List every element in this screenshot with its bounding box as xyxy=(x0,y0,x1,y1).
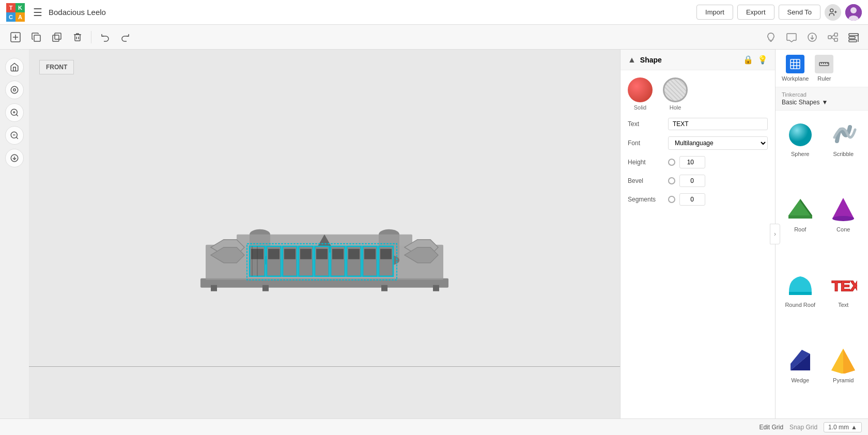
download-view-button[interactable] xyxy=(5,149,24,167)
logo-ad: A xyxy=(16,12,25,22)
library-header: Tinkercad Basic Shapes ▼ xyxy=(776,87,868,111)
cone-label: Cone xyxy=(836,226,850,232)
svg-rect-12 xyxy=(75,35,80,41)
zoom-out-button[interactable] xyxy=(5,126,24,145)
undo-button[interactable] xyxy=(96,28,114,46)
shape-item-round-roof[interactable]: Round Roof xyxy=(780,266,821,339)
visibility-icon[interactable]: 💡 xyxy=(757,55,768,65)
svg-marker-91 xyxy=(832,198,854,219)
project-name[interactable]: Bodacious Leelo xyxy=(49,8,106,17)
height-input[interactable] xyxy=(679,156,705,168)
svg-rect-73 xyxy=(332,249,344,259)
svg-rect-24 xyxy=(849,37,855,39)
logo-ker: K xyxy=(16,3,25,12)
shape-item-cone[interactable]: Cone xyxy=(823,190,864,263)
svg-point-27 xyxy=(11,86,18,94)
3d-scene[interactable] xyxy=(169,175,479,306)
library-dropdown[interactable]: Basic Shapes ▼ xyxy=(782,99,862,106)
segments-input[interactable] xyxy=(679,193,705,206)
align-icon[interactable] xyxy=(845,29,862,45)
collapse-shape-panel-icon[interactable]: ▲ xyxy=(628,55,636,65)
snap-grid-selector[interactable]: 1.0 mm ▲ xyxy=(824,422,862,432)
redo-button[interactable] xyxy=(116,28,135,46)
comment-icon[interactable] xyxy=(783,29,800,45)
bevel-input[interactable] xyxy=(679,175,705,187)
snap-grid-arrow: ▲ xyxy=(851,424,857,431)
svg-rect-39 xyxy=(211,285,217,291)
add-user-button[interactable] xyxy=(825,4,841,21)
solid-option[interactable]: Solid xyxy=(628,77,653,111)
copy-button[interactable] xyxy=(27,28,45,46)
bulb-icon[interactable] xyxy=(763,29,779,45)
svg-rect-11 xyxy=(55,33,61,39)
svg-point-92 xyxy=(832,216,854,221)
main-area: FRONT xyxy=(0,50,868,418)
font-row: Font Multilanguage xyxy=(628,136,768,150)
ruler-tab[interactable] xyxy=(815,55,833,73)
logo-c: C xyxy=(6,12,16,22)
library-source: Tinkercad xyxy=(782,91,862,98)
wedge-preview xyxy=(785,344,816,375)
font-field-label: Font xyxy=(628,139,664,147)
solid-ball xyxy=(628,77,653,102)
logo-tin: T xyxy=(6,3,16,12)
duplicate-button[interactable] xyxy=(48,28,66,46)
app-logo[interactable]: T K C A xyxy=(6,3,25,22)
lock-icon[interactable]: 🔒 xyxy=(743,55,753,65)
svg-point-87 xyxy=(789,123,812,146)
edit-grid-button[interactable]: Edit Grid xyxy=(759,424,783,431)
font-select[interactable]: Multilanguage xyxy=(668,136,768,150)
delete-button[interactable] xyxy=(68,28,87,46)
bevel-row: Bevel xyxy=(628,175,768,187)
svg-rect-19 xyxy=(834,33,838,36)
bevel-radio[interactable] xyxy=(668,177,675,184)
svg-rect-74 xyxy=(348,249,360,259)
export-button[interactable]: Export xyxy=(737,5,774,20)
sphere-preview xyxy=(785,118,816,149)
home-view-button[interactable] xyxy=(5,58,24,76)
svg-rect-70 xyxy=(284,249,296,259)
svg-rect-76 xyxy=(380,249,392,259)
toolbar xyxy=(0,25,868,50)
svg-rect-18 xyxy=(828,36,831,39)
svg-line-30 xyxy=(16,114,18,116)
svg-line-34 xyxy=(16,137,18,138)
hole-option[interactable]: Hole xyxy=(663,77,688,111)
shape-item-roof[interactable]: Roof xyxy=(780,190,821,263)
text-label: Text xyxy=(838,302,848,308)
shape-item-scribble[interactable]: Scribble xyxy=(823,115,864,188)
zoom-in-button[interactable] xyxy=(5,103,24,122)
share-icon[interactable] xyxy=(825,29,841,45)
shape-item-wedge[interactable]: Wedge xyxy=(780,341,821,414)
shape-panel-body: Solid Hole Text Font Multilanguage xyxy=(621,70,775,418)
height-radio[interactable] xyxy=(668,159,675,166)
shape-item-pyramid[interactable]: Pyramid xyxy=(823,341,864,414)
canvas[interactable]: FRONT xyxy=(29,50,620,418)
workplane-tab[interactable] xyxy=(786,55,804,73)
svg-rect-41 xyxy=(262,285,269,291)
import-icon[interactable] xyxy=(804,29,820,45)
top-bar: T K C A ☰ Bodacious Leelo Import Export … xyxy=(0,0,868,25)
project-menu-icon[interactable]: ☰ xyxy=(33,6,42,19)
new-shape-button[interactable] xyxy=(6,28,25,46)
svg-point-4 xyxy=(850,7,857,13)
text-input[interactable] xyxy=(668,118,768,130)
svg-rect-20 xyxy=(834,38,838,41)
shape-item-text[interactable]: TEXT Text xyxy=(823,266,864,339)
scribble-preview xyxy=(828,118,859,149)
fit-view-button[interactable] xyxy=(5,81,24,99)
shape-item-sphere[interactable]: Sphere xyxy=(780,115,821,188)
segments-row: Segments xyxy=(628,193,768,206)
svg-text:TEXT: TEXT xyxy=(832,278,857,294)
text-field-label: Text xyxy=(628,120,664,128)
snap-grid-label: Snap Grid xyxy=(789,424,817,431)
collapse-panel-button[interactable]: › xyxy=(770,224,780,244)
user-avatar[interactable] xyxy=(845,4,862,21)
send-to-button[interactable]: Send To xyxy=(779,5,820,20)
svg-point-28 xyxy=(13,89,16,91)
import-button[interactable]: Import xyxy=(696,5,733,20)
pyramid-preview xyxy=(828,344,859,375)
ground-line xyxy=(29,366,620,367)
height-row: Height xyxy=(628,156,768,168)
segments-radio[interactable] xyxy=(668,196,675,203)
